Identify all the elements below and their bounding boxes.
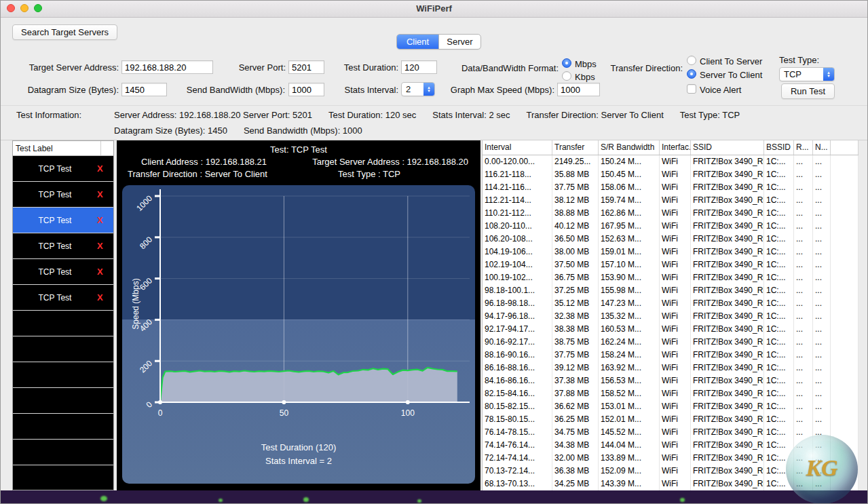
table-row[interactable]: 78.15-80.15...36.25 MB152.01 M...WiFiFRI…	[483, 413, 858, 426]
test-label-column-header[interactable]: Test Label	[13, 144, 100, 153]
table-cell	[831, 323, 858, 336]
column-header[interactable]: N...	[813, 140, 831, 155]
test-type-select[interactable]: TCP ▲▼	[779, 67, 835, 81]
run-test-button[interactable]: Run Test	[781, 83, 835, 99]
table-cell	[831, 207, 858, 220]
stats-interval-select[interactable]: 2 ▲▼	[401, 82, 435, 96]
column-header[interactable]: BSSID	[764, 140, 794, 155]
voice-alert-label: Voice Alert	[700, 85, 741, 95]
table-row[interactable]: 116.21-118...35.88 MB150.45 M...WiFiFRIT…	[483, 168, 858, 181]
table-cell: ...	[813, 194, 831, 207]
target-server-address-input[interactable]	[121, 60, 213, 74]
table-cell: 78.15-80.15...	[483, 413, 552, 426]
zoom-window-button[interactable]	[34, 4, 42, 12]
transfer-server-to-client-radio[interactable]	[687, 69, 696, 79]
table-row[interactable]: 68.13-70.13...34.25 MB143.39 M...WiFiFRI…	[483, 478, 858, 490]
table-row[interactable]: 70.13-72.14...36.38 MB152.09 M...WiFiFRI…	[483, 465, 858, 478]
table-cell: 152.09 M...	[599, 465, 660, 478]
table-row[interactable]: 94.17-96.18...32.38 MB135.32 M...WiFiFRI…	[483, 310, 858, 323]
transfer-client-to-server-radio[interactable]	[687, 56, 696, 65]
table-cell: 1C:...	[764, 258, 794, 271]
table-row[interactable]: 88.16-90.16...37.75 MB158.24 M...WiFiFRI…	[483, 349, 858, 362]
test-duration-input[interactable]	[401, 60, 437, 74]
table-cell: FRITZ!Box 3490_RPT	[691, 310, 764, 323]
table-cell: WiFi	[660, 349, 691, 362]
table-row[interactable]: 104.19-106...38.00 MB159.01 M...WiFiFRIT…	[483, 246, 858, 258]
column-header[interactable]: R...	[794, 140, 813, 155]
table-cell: ...	[794, 362, 813, 374]
test-list-item[interactable]: TCP TestX	[13, 208, 113, 233]
table-row[interactable]: 96.18-98.18...35.12 MB147.23 M...WiFiFRI…	[483, 297, 858, 310]
column-header[interactable]: Interval	[483, 140, 552, 155]
column-header[interactable]: SSID	[691, 140, 764, 155]
table-cell: ...	[794, 387, 813, 400]
table-row[interactable]: 98.18-100.1...37.25 MB155.98 M...WiFiFRI…	[483, 284, 858, 297]
server-port-input[interactable]	[288, 60, 324, 74]
table-cell: 157.10 M...	[599, 258, 660, 271]
graph-max-speed-input[interactable]	[557, 83, 600, 96]
table-cell: ...	[794, 194, 813, 207]
test-list-item[interactable]: TCP TestX	[13, 156, 113, 182]
test-list-item[interactable]: TCP TestX	[13, 285, 113, 311]
table-row[interactable]: 72.14-74.14...32.00 MB133.89 M...WiFiFRI…	[483, 452, 858, 465]
table-cell: FRITZ!Box 3490_RPT	[691, 478, 764, 490]
table-row[interactable]: 110.21-112...38.88 MB162.86 M...WiFiFRIT…	[483, 207, 858, 220]
test-information-section: Test Information: Server Address: 192.16…	[0, 105, 868, 140]
test-list-item[interactable]: TCP TestX	[13, 233, 113, 259]
chart-target-address: Target Server Address : 192.168.188.20	[312, 157, 468, 167]
table-row[interactable]: 0.00-120.00...2149.25...150.24 M...WiFiF…	[483, 155, 858, 168]
table-row[interactable]: 80.15-82.15...36.62 MB153.01 M...WiFiFRI…	[483, 400, 858, 413]
table-row[interactable]: 102.19-104...37.50 MB157.10 M...WiFiFRIT…	[483, 258, 858, 271]
format-mbps-radio[interactable]	[562, 58, 571, 68]
test-list-item[interactable]: TCP TestX	[13, 182, 113, 208]
table-row[interactable]: 100.19-102...36.75 MB153.90 M...WiFiFRIT…	[483, 271, 858, 284]
search-target-servers-button[interactable]: Search Target Servers	[12, 24, 117, 40]
table-cell	[831, 271, 858, 284]
column-header[interactable]: S/R Bandwidth	[599, 140, 660, 155]
table-row[interactable]: 90.16-92.17...38.75 MB162.24 M...WiFiFRI…	[483, 336, 858, 349]
table-row[interactable]: 76.14-78.15...34.75 MB145.52 M...WiFiFRI…	[483, 426, 858, 439]
table-row[interactable]: 84.16-86.16...37.38 MB156.53 M...WiFiFRI…	[483, 374, 858, 387]
table-cell	[831, 426, 858, 439]
table-row[interactable]: 74.14-76.14...34.38 MB144.04 M...WiFiFRI…	[483, 439, 858, 452]
table-cell: FRITZ!Box 3490_RPT	[691, 155, 764, 168]
datagram-size-input[interactable]	[121, 83, 167, 96]
table-cell: ...	[794, 155, 813, 168]
table-row[interactable]: 114.21-116...37.75 MB158.06 M...WiFiFRIT…	[483, 181, 858, 194]
table-row[interactable]: 82.15-84.16...37.88 MB158.52 M...WiFiFRI…	[483, 387, 858, 400]
table-cell: FRITZ!Box 3490_RPT	[691, 465, 764, 478]
table-cell: FRITZ!Box 3490_RPT	[691, 452, 764, 465]
table-row[interactable]: 112.21-114...38.12 MB159.74 M...WiFiFRIT…	[483, 194, 858, 207]
voice-alert-checkbox[interactable]	[687, 84, 696, 94]
table-cell: 32.38 MB	[552, 310, 599, 323]
table-row[interactable]: 86.16-88.16...39.12 MB163.92 M...WiFiFRI…	[483, 362, 858, 374]
delete-test-button[interactable]: X	[97, 267, 113, 277]
table-row[interactable]: 92.17-94.17...38.38 MB160.53 M...WiFiFRI…	[483, 323, 858, 336]
table-cell: FRITZ!Box 3490_RPT	[691, 439, 764, 452]
info-test-duration: Test Duration: 120 sec	[328, 110, 416, 120]
tab-client[interactable]: Client	[397, 35, 438, 49]
table-cell	[831, 362, 858, 374]
delete-test-button[interactable]: X	[97, 241, 113, 251]
table-row[interactable]: 106.20-108...36.50 MB152.63 M...WiFiFRIT…	[483, 233, 858, 246]
delete-test-button[interactable]: X	[97, 189, 113, 199]
delete-test-button[interactable]: X	[97, 215, 113, 225]
close-window-button[interactable]	[7, 4, 15, 12]
table-row[interactable]: 108.20-110...40.12 MB167.95 M...WiFiFRIT…	[483, 220, 858, 233]
table-cell	[831, 439, 858, 452]
delete-test-button[interactable]: X	[97, 292, 113, 303]
table-cell: ...	[813, 336, 831, 349]
table-cell: WiFi	[660, 310, 691, 323]
send-bandwidth-input[interactable]	[288, 83, 324, 96]
format-kbps-radio[interactable]	[562, 71, 571, 81]
column-header[interactable]: Transfer	[552, 140, 599, 155]
table-cell: 150.24 M...	[599, 155, 660, 168]
column-header[interactable]: Interfac...	[660, 140, 691, 155]
test-list-item[interactable]: TCP TestX	[13, 259, 113, 285]
table-cell: 1C:...	[764, 220, 794, 233]
tab-server[interactable]: Server	[438, 35, 480, 49]
delete-test-button[interactable]: X	[97, 163, 113, 174]
table-cell: 155.98 M...	[599, 284, 660, 297]
minimize-window-button[interactable]	[20, 4, 29, 12]
table-cell: WiFi	[660, 220, 691, 233]
